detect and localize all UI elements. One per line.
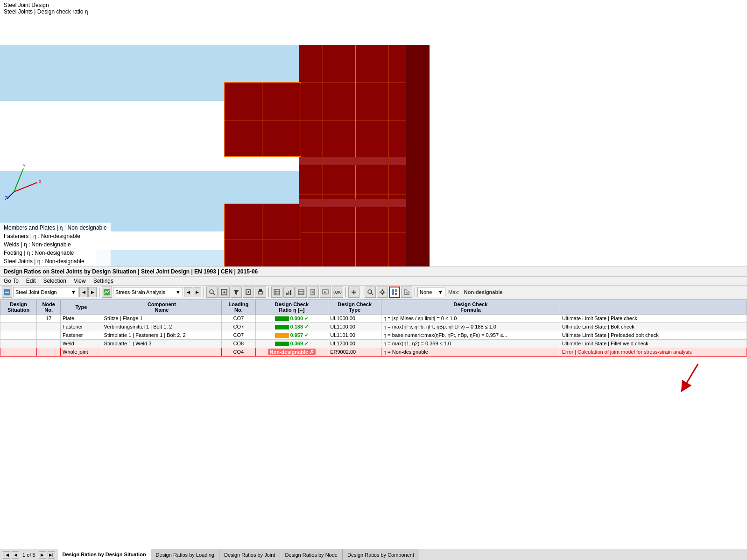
zoom-select-btn[interactable] [206, 287, 218, 298]
module-nav[interactable]: ◀ ▶ [79, 287, 97, 297]
status-1: Members and Plates | η : Non-designable [4, 224, 107, 232]
svg-point-39 [368, 290, 372, 294]
preview-btn[interactable] [320, 287, 331, 298]
cell-formula: η = Non-designable [381, 348, 560, 356]
active-design-btn[interactable] [389, 287, 400, 298]
svg-rect-27 [290, 290, 291, 295]
module2-icon[interactable] [102, 287, 112, 298]
cut-btn[interactable] [348, 287, 359, 298]
grid-h [299, 195, 406, 195]
joint-3d-model [224, 45, 481, 266]
status-5: Steel Joints | η : Non-designable [4, 257, 107, 266]
prev-btn[interactable]: ◀ [79, 287, 88, 297]
module-dropdown[interactable]: Steel Joint Design ▼ [13, 287, 78, 297]
menu-edit[interactable]: Edit [26, 278, 36, 284]
svg-marker-14 [233, 290, 239, 295]
tab-by-joint[interactable]: Design Ratios by Joint [219, 549, 280, 560]
first-page-btn[interactable]: |◀ [3, 551, 10, 559]
cell-formula: η = max(ηFv, ηFb, ηFt, ηBp, ηFt,Fv) = 0.… [381, 322, 560, 331]
grid-v [355, 45, 356, 266]
sep4 [345, 287, 346, 297]
cell-result: Ultimate Limit State | Plate check [560, 314, 747, 322]
grid-h [299, 83, 406, 83]
tab-by-component[interactable]: Design Ratios by Component [343, 549, 419, 560]
cell-name: Stirnplatte 1 | Weld 3 [102, 339, 222, 348]
menubar: Go To Edit Selection View Settings [0, 277, 747, 286]
tab-by-design-situation[interactable]: Design Ratios by Design Situation [58, 549, 151, 560]
prev-page-btn[interactable]: ◀ [12, 551, 19, 559]
menu-goto[interactable]: Go To [4, 278, 19, 284]
tab-by-loading[interactable]: Design Ratios by Loading [151, 549, 219, 560]
svg-text:X: X [38, 179, 42, 184]
max-value: Non-designable [464, 289, 503, 295]
cell-loading: CO7 [222, 322, 255, 331]
svg-line-40 [371, 293, 373, 295]
tab-by-node[interactable]: Design Ratios by Node [280, 549, 343, 560]
design-header: Design Ratios on Steel Joints by Design … [0, 266, 747, 277]
svg-rect-48 [395, 293, 397, 295]
col-ratio: Design CheckRatio η [--] [255, 300, 328, 314]
grid-v [388, 45, 388, 266]
module2-nav[interactable]: ◀ ▶ [184, 287, 201, 297]
cell-node [37, 331, 61, 339]
cell-type: Fastener [61, 331, 102, 339]
col-result [560, 300, 747, 314]
menu-settings[interactable]: Settings [93, 278, 113, 284]
max-label: Max: [448, 289, 459, 295]
cell-loading: CO4 [222, 348, 255, 356]
svg-line-10 [213, 293, 215, 295]
next-btn[interactable]: ▶ [88, 287, 97, 297]
menu-view[interactable]: View [74, 278, 86, 284]
next-btn2[interactable]: ▶ [193, 287, 201, 297]
cell-ratio: 0.000 ✓ [255, 314, 328, 322]
none-dropdown[interactable]: None ▼ [417, 287, 445, 297]
grid-v [323, 45, 323, 266]
status-4: Footing | η : Non-designable [4, 249, 107, 257]
column-body [299, 45, 406, 266]
table-btn[interactable] [271, 287, 282, 298]
cell-ratio: Non-designable ✗ [255, 348, 328, 356]
beam-lower [224, 203, 301, 266]
cell-ratio: 0.188 ✓ [255, 322, 328, 331]
sep1 [99, 287, 99, 297]
cell-node: 17 [37, 314, 61, 322]
page-info: 1 of 5 [21, 552, 37, 558]
info-btn[interactable] [401, 287, 412, 298]
cell-situation [0, 348, 37, 356]
cell-name: Stütze | Flange 1 [102, 314, 222, 322]
next-page-btn[interactable]: ▶ [39, 551, 46, 559]
svg-marker-36 [324, 291, 326, 293]
filter-btn[interactable] [231, 287, 242, 298]
toolbar: Steel Joint Design ▼ ◀ ▶ Stress-Strain A… [0, 286, 747, 300]
search-btn[interactable] [365, 287, 376, 298]
cell-node [37, 339, 61, 348]
cell-type: Fastener [61, 322, 102, 331]
module2-dropdown[interactable]: Stress-Strain Analysis ▼ [113, 287, 183, 297]
svg-point-41 [381, 291, 384, 294]
viewport: X Y Z Members and Plates | η : Non-desig… [0, 17, 747, 266]
export-btn[interactable] [243, 287, 254, 298]
last-page-btn[interactable]: ▶| [48, 551, 55, 559]
col-type: Type [61, 300, 102, 314]
prev-btn2[interactable]: ◀ [184, 287, 192, 297]
value-btn[interactable]: 0,00 [332, 287, 343, 298]
cell-type: Weld [61, 339, 102, 348]
cell-loading: CO8 [222, 339, 255, 348]
coordinate-axes: X Y Z [5, 164, 42, 201]
cell-situation [0, 314, 37, 322]
chart-btn[interactable] [283, 287, 295, 298]
svg-rect-19 [259, 289, 262, 292]
status-3: Welds | η : Non-designable [4, 240, 107, 249]
zoom-fit-btn[interactable] [218, 287, 230, 298]
config-btn[interactable] [377, 287, 388, 298]
menu-selection[interactable]: Selection [43, 278, 66, 284]
svg-rect-47 [395, 289, 397, 292]
list-btn[interactable] [296, 287, 307, 298]
print-btn[interactable] [255, 287, 266, 298]
sep2 [204, 287, 204, 297]
cell-situation [0, 339, 37, 348]
column-side [406, 45, 430, 266]
module-icon[interactable] [2, 287, 12, 298]
doc-btn[interactable] [308, 287, 319, 298]
cell-situation [0, 322, 37, 331]
